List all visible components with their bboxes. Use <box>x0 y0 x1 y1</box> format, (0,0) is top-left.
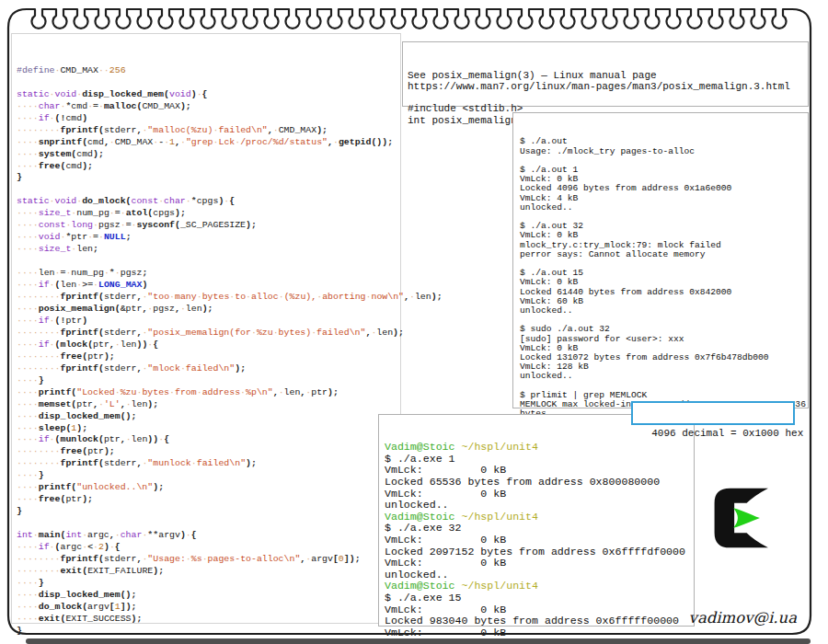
code-line: } <box>17 626 400 638</box>
code-line: ····if·(len·>=·LONG_MAX) <box>17 280 400 292</box>
code-line: ····disp_locked_mem(); <box>17 411 400 423</box>
bottom-edge-bar <box>26 638 811 644</box>
code-line: ····do_mlock(argv[1]); <box>17 602 400 614</box>
linux-terminal-lines: $ ./a.outUsage: ./mlock_try pages-to-all… <box>520 137 808 428</box>
hex-conversion-note: 4096 decimal = 0x1000 hex <box>631 401 795 425</box>
code-editor-panel: #define·CMD_MAX··256 static·void·disp_lo… <box>11 33 401 624</box>
terminal-line: unlocked.. <box>520 372 808 381</box>
code-line: ····size_t·num_pg·=·atol(cpgs); <box>17 208 400 220</box>
code-line <box>17 518 400 530</box>
code-line: ····} <box>17 578 400 590</box>
code-line: ····snprintf(cmd,·CMD_MAX·-·1,·"grep·Lck… <box>17 137 400 149</box>
code-line: ····if·(argc·<·2)·{ <box>17 542 400 554</box>
code-line: ········fprintf(stderr,·"malloc(%zu)·fai… <box>17 125 400 137</box>
code-line: ····if·(!cmd) <box>17 113 400 125</box>
code-line: ····} <box>17 375 400 387</box>
code-line: static·void·disp_locked_mem(void)·{ <box>17 89 400 101</box>
code-line: ········exit(EXIT_FAILURE); <box>17 566 400 578</box>
code-line: ····system(cmd); <box>17 149 400 161</box>
man-page-line: https://www.man7.org/linux/man-pages/man… <box>408 81 808 92</box>
author-signature: vadimov@i.ua <box>689 609 797 627</box>
code-line: ····printf("unlocked..\n"); <box>17 482 400 494</box>
code-line: ····memset(ptr,·'L',·len); <box>17 399 400 411</box>
code-line: ········fprintf(stderr,·"posix_memalign(… <box>17 328 400 339</box>
code-line <box>17 184 400 196</box>
terminal-line: unlocked.. <box>520 306 808 316</box>
code-line: ········fprintf(stderr,·"mlock·failed\n"… <box>17 363 400 375</box>
code-line: ····} <box>17 470 400 482</box>
code-line: ····sleep(1); <box>17 423 400 435</box>
terminal-line: unlocked.. <box>520 203 808 213</box>
code-line <box>17 256 400 268</box>
man-page-line <box>408 92 808 103</box>
code-line: } <box>17 506 400 518</box>
code-line: ····disp_locked_mem(); <box>17 590 400 602</box>
code-line: ····if·(!ptr) <box>17 316 400 328</box>
code-line: ····if·(munlock(ptr,·len))·{ <box>17 434 400 446</box>
logo-green-arrow <box>733 508 760 528</box>
code-line: } <box>17 172 400 184</box>
code-line: ········free(ptr); <box>17 446 400 458</box>
terminal-line: Usage: ./mlock_try pages-to-alloc <box>520 147 808 156</box>
cygwin-terminal-panel: Vadim@Stoic ~/hspl/unit4$ ./a.exe 1VmLck… <box>378 414 695 627</box>
man-page-note: See posix_memalign(3) — Linux manual pag… <box>402 41 809 107</box>
code-line: ········free(ptr); <box>17 351 400 363</box>
code-line: ····len·=·num_pg·*·pgsz; <box>17 268 400 280</box>
man-page-line: See posix_memalign(3) — Linux manual pag… <box>408 70 808 81</box>
cygwin-terminal-lines: Vadim@Stoic ~/hspl/unit4$ ./a.exe 1VmLck… <box>385 442 694 644</box>
code-line: ····posix_memalign(&ptr,·pgsz,·len); <box>17 304 400 316</box>
terminal-line: perror says: Cannot allocate memory <box>520 250 808 259</box>
code-line: int·main(int·argc,·char·**argv)·{ <box>17 530 400 542</box>
code-line: ····size_t·len; <box>17 244 400 256</box>
code-line: ····free(ptr); <box>17 494 400 506</box>
code-line: ········fprintf(stderr,·"munlock·failed\… <box>17 458 400 470</box>
code-line: static·void·do_mlock(const·char·*cpgs)·{ <box>17 196 400 208</box>
code-line: #define·CMD_MAX··256 <box>17 65 400 77</box>
code-line: ····void·*ptr·=·NULL; <box>17 232 400 244</box>
code-line: ····char·*cmd·=·malloc(CMD_MAX); <box>17 101 400 113</box>
code-line <box>17 77 400 89</box>
code-line: ····free(cmd); <box>17 161 400 173</box>
code-line: ····printf("Locked·%zu·bytes·from·addres… <box>17 387 400 399</box>
hex-conversion-text: 4096 decimal = 0x1000 hex <box>651 428 803 439</box>
code-line: ········fprintf(stderr,·"Usage:·%s·pages… <box>17 554 400 566</box>
code-line: ····exit(EXIT_SUCCESS); <box>17 614 400 626</box>
cygwin-logo-icon <box>707 486 780 550</box>
code-line: ····if·(mlock(ptr,·len))·{ <box>17 339 400 351</box>
linux-terminal-panel: $ ./a.outUsage: ./mlock_try pages-to-all… <box>512 112 809 408</box>
code-line: ····const·long·pgsz·=·sysconf(_SC_PAGESI… <box>17 220 400 232</box>
code-line: ········fprintf(stderr,·"too·many·bytes·… <box>17 292 400 304</box>
code-lines: #define·CMD_MAX··256 static·void·disp_lo… <box>17 65 400 638</box>
